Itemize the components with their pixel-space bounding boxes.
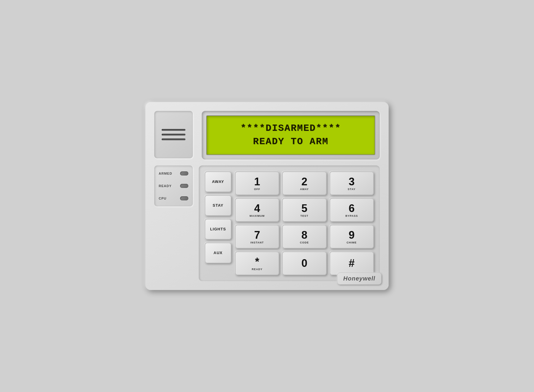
indicator-ready: READY	[159, 184, 188, 188]
key-1-main: 1	[254, 176, 260, 187]
key-9-sub: CHIME	[347, 241, 357, 244]
key-8-main: 8	[301, 230, 307, 240]
key-5[interactable]: 5 TEST	[282, 198, 326, 222]
number-keypad: 1 OFF 2 AWAY 3 STAY 4 MAXIMUM 5 TE	[235, 171, 374, 275]
display-housing: ****DISARMED**** READY TO ARM	[202, 111, 380, 160]
key-hash[interactable]: #	[330, 251, 374, 275]
key-9[interactable]: 9 CHIME	[330, 225, 374, 248]
key-5-main: 5	[301, 203, 307, 214]
key-4[interactable]: 4 MAXIMUM	[235, 198, 279, 222]
key-star-main: *	[255, 256, 259, 267]
top-section: ****DISARMED**** READY TO ARM	[154, 111, 380, 160]
key-3-main: 3	[349, 176, 355, 187]
display-line2: READY TO ARM	[214, 135, 368, 149]
key-2-sub: AWAY	[300, 188, 309, 191]
key-6[interactable]: 6 BYPASS	[330, 198, 374, 222]
key-3-sub: STAY	[348, 188, 356, 191]
key-2-main: 2	[301, 176, 307, 187]
key-8-sub: CODE	[300, 241, 309, 244]
key-0-main: 0	[301, 258, 307, 269]
key-4-main: 4	[254, 203, 260, 214]
speaker-grille	[154, 111, 193, 158]
keypad-area: AWAY STAY LIGHTS AUX 1 OFF 2 AWAY 3 STAY	[199, 165, 380, 281]
keypad-device: ****DISARMED**** READY TO ARM ARMED READ…	[145, 102, 389, 290]
key-6-sub: BYPASS	[345, 214, 358, 217]
key-0[interactable]: 0	[282, 251, 326, 275]
lights-button[interactable]: LIGHTS	[205, 219, 231, 240]
indicator-armed-label: ARMED	[159, 172, 172, 175]
indicator-panel: ARMED READY CPU	[154, 165, 193, 206]
key-hash-main: #	[349, 258, 355, 269]
key-9-main: 9	[349, 230, 355, 240]
speaker-slot-2	[162, 134, 185, 136]
speaker-slot-3	[162, 138, 185, 140]
speaker-slot-1	[162, 129, 185, 131]
key-1[interactable]: 1 OFF	[235, 171, 279, 195]
key-2[interactable]: 2 AWAY	[282, 171, 326, 195]
display-line1: ****DISARMED****	[214, 122, 368, 135]
key-4-sub: MAXIMUM	[249, 214, 265, 217]
indicator-armed-led	[180, 171, 188, 176]
key-star-sub: READY	[252, 268, 263, 271]
key-7[interactable]: 7 INSTANT	[235, 225, 279, 248]
indicator-cpu: CPU	[159, 196, 188, 200]
aux-button[interactable]: AUX	[205, 243, 231, 263]
indicator-ready-label: READY	[159, 184, 172, 188]
bottom-section: ARMED READY CPU AWAY STAY LIGHTS AUX	[154, 165, 380, 281]
key-star[interactable]: * READY	[235, 251, 279, 275]
indicator-cpu-led	[180, 196, 188, 200]
key-8[interactable]: 8 CODE	[282, 225, 326, 248]
key-7-sub: INSTANT	[250, 241, 264, 244]
indicator-cpu-label: CPU	[159, 197, 166, 200]
indicator-ready-led	[180, 184, 188, 188]
key-6-main: 6	[349, 203, 355, 214]
away-button[interactable]: AWAY	[205, 171, 231, 192]
key-7-main: 7	[254, 230, 260, 240]
lcd-screen: ****DISARMED**** READY TO ARM	[206, 115, 375, 155]
function-buttons: AWAY STAY LIGHTS AUX	[205, 171, 231, 275]
key-3[interactable]: 3 STAY	[330, 171, 374, 195]
stay-button[interactable]: STAY	[205, 195, 231, 216]
indicator-armed: ARMED	[159, 171, 188, 176]
key-1-sub: OFF	[254, 188, 260, 191]
brand-badge: Honeywell	[337, 273, 382, 285]
key-5-sub: TEST	[300, 214, 308, 217]
brand-label: Honeywell	[343, 275, 375, 282]
